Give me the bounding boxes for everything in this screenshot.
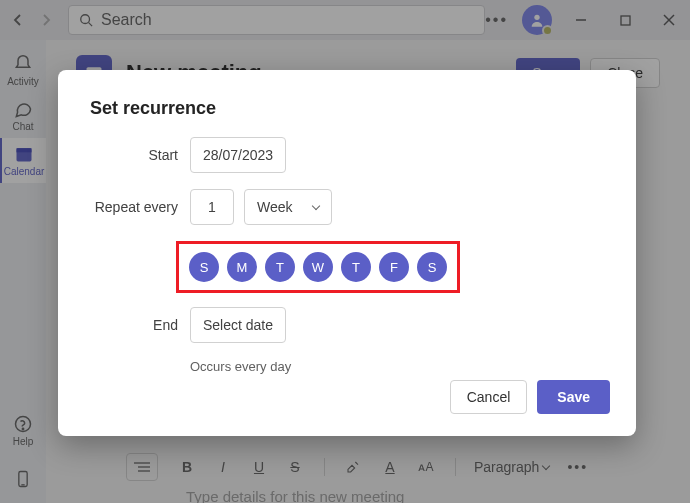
day-thursday[interactable]: T bbox=[341, 252, 371, 282]
recurrence-summary: Occurs every day bbox=[190, 359, 604, 374]
day-saturday[interactable]: S bbox=[417, 252, 447, 282]
day-tuesday[interactable]: T bbox=[265, 252, 295, 282]
repeat-label: Repeat every bbox=[90, 199, 178, 215]
days-highlight-box: S M T W T F S bbox=[176, 241, 460, 293]
modal-title: Set recurrence bbox=[90, 98, 604, 119]
day-monday[interactable]: M bbox=[227, 252, 257, 282]
end-label: End bbox=[90, 317, 178, 333]
repeat-unit-select[interactable]: Week bbox=[244, 189, 332, 225]
day-friday[interactable]: F bbox=[379, 252, 409, 282]
recurrence-modal: Set recurrence Start 28/07/2023 Repeat e… bbox=[58, 70, 636, 436]
start-date-field[interactable]: 28/07/2023 bbox=[190, 137, 286, 173]
start-date-value: 28/07/2023 bbox=[203, 147, 273, 163]
day-sunday[interactable]: S bbox=[189, 252, 219, 282]
end-date-value: Select date bbox=[203, 317, 273, 333]
end-date-field[interactable]: Select date bbox=[190, 307, 286, 343]
save-button[interactable]: Save bbox=[537, 380, 610, 414]
day-wednesday[interactable]: W bbox=[303, 252, 333, 282]
repeat-unit-value: Week bbox=[257, 199, 293, 215]
repeat-count-field[interactable]: 1 bbox=[190, 189, 234, 225]
chevron-down-icon bbox=[311, 202, 319, 210]
cancel-button[interactable]: Cancel bbox=[450, 380, 528, 414]
repeat-count-value: 1 bbox=[208, 199, 216, 215]
start-label: Start bbox=[90, 147, 178, 163]
